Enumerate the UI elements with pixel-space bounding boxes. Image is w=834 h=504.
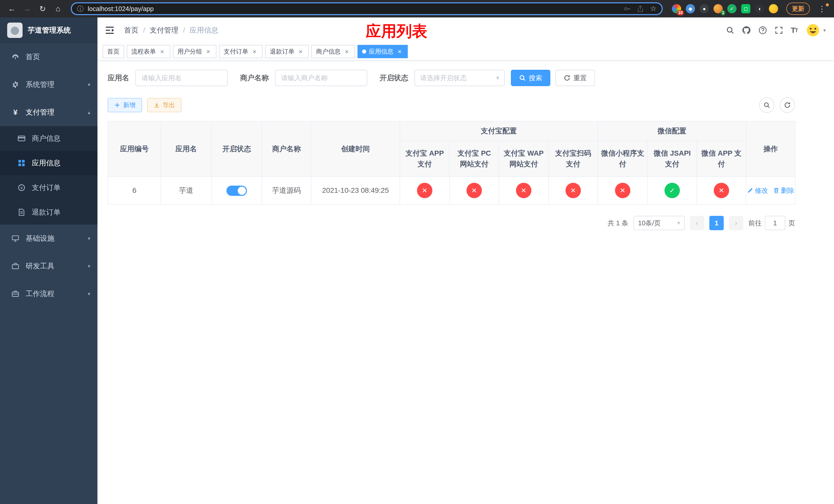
password-key-icon[interactable] <box>623 5 631 12</box>
toggle-search-icon[interactable] <box>759 97 774 113</box>
sidebar-item-label: 商户信息 <box>32 134 61 143</box>
wx-mini-status-icon <box>615 183 630 198</box>
sidebar-item-label: 研发工具 <box>26 261 54 271</box>
search-button[interactable]: 搜索 <box>511 70 550 86</box>
briefcase-icon <box>10 290 21 298</box>
goto-page-input[interactable] <box>765 216 785 230</box>
sidebar-item-infra[interactable]: 基础设施 ▾ <box>0 225 97 252</box>
sidebar-item-merchant-info[interactable]: 商户信息 <box>0 126 97 151</box>
browser-reload-icon[interactable]: ↻ <box>36 2 49 15</box>
sidebar-item-workflow[interactable]: 工作流程 ▾ <box>0 280 97 307</box>
tab-home[interactable]: 首页 <box>103 45 124 58</box>
fullscreen-icon[interactable] <box>775 26 783 35</box>
extension-icon-7[interactable]: ◗ <box>755 4 764 13</box>
chevron-down-icon: ▾ <box>677 220 680 226</box>
tab-app-info[interactable]: 应用信息× <box>357 45 408 58</box>
search-icon[interactable] <box>726 26 734 35</box>
extension-icon-6[interactable]: ◻ <box>741 4 750 13</box>
site-info-icon[interactable]: ⓘ <box>77 4 84 13</box>
export-button[interactable]: 导出 <box>147 98 181 112</box>
screen: ← → ↻ ⌂ ⓘ localhost:1024/pay/app ☆ 10 ◆ … <box>0 0 834 504</box>
close-icon[interactable]: × <box>251 48 258 55</box>
wx-jsapi-status-icon <box>664 183 680 198</box>
update-label: 更新 <box>792 5 804 12</box>
extension-icon-2[interactable]: ◆ <box>686 4 695 13</box>
status-toggle[interactable] <box>226 186 247 196</box>
sidebar-item-system[interactable]: 系统管理 ▾ <box>0 71 97 98</box>
sidebar-item-refund-orders[interactable]: 退款订单 <box>0 200 97 225</box>
sidebar-item-payment[interactable]: ¥ 支付管理 ▴ <box>0 98 97 126</box>
tab-refund-orders[interactable]: 退款订单× <box>265 45 309 58</box>
bookmark-star-icon[interactable]: ☆ <box>650 5 657 12</box>
close-icon[interactable]: × <box>343 48 350 55</box>
sidebar-logo[interactable]: 芋道管理系统 <box>0 18 97 43</box>
cell-merchant: 芋道源码 <box>262 177 311 204</box>
reset-button[interactable]: 重置 <box>555 70 595 86</box>
col-header-created: 创建时间 <box>311 121 400 177</box>
alipay-app-status-icon <box>417 183 432 198</box>
browser-home-icon[interactable]: ⌂ <box>51 2 65 15</box>
sidebar-item-app-info[interactable]: 应用信息 <box>0 151 97 175</box>
page-size-select[interactable]: 10条/页 ▾ <box>633 216 685 230</box>
chevron-down-icon: ▾ <box>88 235 90 242</box>
tab-pay-orders[interactable]: 支付订单× <box>219 45 263 58</box>
help-icon[interactable] <box>758 26 767 35</box>
extension-icon-3[interactable]: ● <box>700 4 709 13</box>
share-icon[interactable] <box>637 5 644 12</box>
browser-address-bar[interactable]: ⓘ localhost:1024/pay/app ☆ <box>71 2 663 15</box>
extension-icon-1[interactable]: 10 <box>672 4 681 13</box>
sidebar-item-pay-orders[interactable]: ¥ 支付订单 <box>0 175 97 200</box>
col-header-merchant: 商户名称 <box>262 121 311 177</box>
sidebar-item-label: 基础设施 <box>26 233 54 243</box>
chevron-down-icon: ▾ <box>88 263 90 269</box>
edit-link[interactable]: 修改 <box>747 186 768 196</box>
browser-menu-icon[interactable]: ⋮ <box>815 4 829 13</box>
tab-process-form[interactable]: 流程表单× <box>127 45 170 58</box>
chevron-down-icon: ▾ <box>823 27 826 33</box>
app-name-input[interactable] <box>135 70 228 86</box>
github-icon[interactable] <box>742 26 751 35</box>
alipay-qr-status-icon <box>566 183 581 198</box>
chevron-down-icon: ▾ <box>88 82 90 88</box>
chevron-down-icon: ▾ <box>88 291 90 297</box>
sidebar: 芋道管理系统 首页 系统管理 ▾ ¥ 支付 <box>0 18 97 504</box>
group-header-alipay: 支付宝配置 <box>400 121 598 141</box>
col-header-status: 开启状态 <box>212 121 262 177</box>
browser-back-icon[interactable]: ← <box>5 2 19 15</box>
svg-text:¥: ¥ <box>20 186 23 190</box>
sidebar-collapse-icon[interactable] <box>106 26 115 35</box>
sidebar-item-home[interactable]: 首页 <box>0 43 97 71</box>
user-menu[interactable]: ▾ <box>805 23 826 38</box>
delete-link[interactable]: 删除 <box>773 186 794 196</box>
close-icon[interactable]: × <box>297 48 304 55</box>
add-button[interactable]: 新增 <box>108 98 142 112</box>
page-number-button[interactable]: 1 <box>709 216 724 230</box>
close-icon[interactable]: × <box>158 48 166 55</box>
tab-user-group[interactable]: 用户分组× <box>173 45 216 58</box>
font-size-icon[interactable]: TT <box>791 26 797 35</box>
extension-badge-2: 1 <box>721 10 725 15</box>
chevron-up-icon: ▴ <box>88 109 90 115</box>
app-title: 芋道管理系统 <box>28 25 71 35</box>
status-select[interactable]: 请选择开启状态 ▾ <box>414 70 505 86</box>
next-page-button[interactable]: › <box>729 216 743 230</box>
breadcrumb-home[interactable]: 首页 <box>124 25 138 35</box>
browser-forward-icon[interactable]: → <box>21 2 34 15</box>
extension-icon-8[interactable] <box>769 4 778 13</box>
app-table: 应用编号 应用名 开启状态 商户名称 创建时间 支付宝配置 微信配置 操作 支付… <box>108 121 795 205</box>
browser-toolbar: ← → ↻ ⌂ ⓘ localhost:1024/pay/app ☆ 10 ◆ … <box>0 0 834 18</box>
breadcrumb-payment[interactable]: 支付管理 <box>150 25 178 35</box>
table-row: 6 芋道 芋道源码 2021-10-23 08:49:25 <box>108 177 795 204</box>
pagination-total: 共 1 条 <box>608 219 628 228</box>
close-icon[interactable]: × <box>205 48 212 55</box>
extension-icon-5[interactable]: ✓ <box>727 4 737 13</box>
refresh-icon[interactable] <box>780 97 795 113</box>
user-avatar <box>805 23 821 38</box>
close-icon[interactable]: × <box>396 48 403 55</box>
sidebar-item-dev-tools[interactable]: 研发工具 ▾ <box>0 252 97 280</box>
tab-merchant-info[interactable]: 商户信息× <box>311 45 355 58</box>
merchant-name-input[interactable] <box>275 70 367 86</box>
extension-icon-4[interactable]: 1 <box>714 4 723 13</box>
browser-update-button[interactable]: 更新 <box>786 3 810 15</box>
prev-page-button[interactable]: ‹ <box>690 216 704 230</box>
